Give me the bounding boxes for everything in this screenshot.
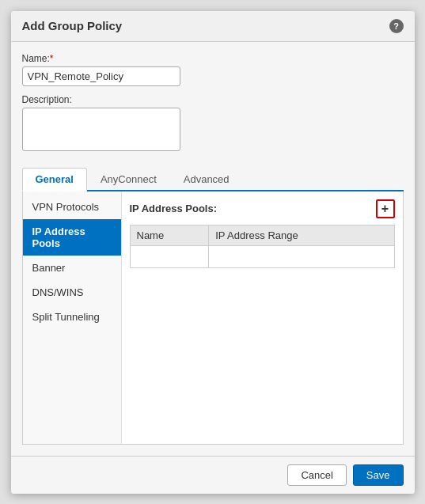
modal-footer: Cancel Save <box>11 456 415 494</box>
sidebar-item-ip-address-pools[interactable]: IP Address Pools <box>23 219 121 256</box>
tab-advanced[interactable]: Advanced <box>170 168 243 191</box>
tab-general[interactable]: General <box>22 168 87 191</box>
modal-header: Add Group Policy ? <box>11 11 415 42</box>
empty-range-cell <box>209 245 394 267</box>
cancel-button[interactable]: Cancel <box>287 464 346 486</box>
ip-pool-table-body <box>130 245 394 267</box>
sidebar-item-banner[interactable]: Banner <box>23 256 121 280</box>
column-header-name: Name <box>130 225 209 245</box>
tabs-bar: General AnyConnect Advanced <box>22 166 404 191</box>
sidebar-item-dns-wins[interactable]: DNS/WINS <box>23 280 121 305</box>
description-label: Description: <box>22 94 404 105</box>
ip-pools-panel-title: IP Address Pools: <box>130 203 218 214</box>
modal-body: Name:* Description: General AnyConnect A… <box>11 42 415 456</box>
add-group-policy-modal: Add Group Policy ? Name:* Description: G… <box>11 11 415 494</box>
name-field-group: Name:* <box>22 53 404 86</box>
description-field-group: Description: <box>22 94 404 153</box>
tab-content-general: VPN Protocols IP Address Pools Banner DN… <box>22 191 404 445</box>
add-ip-pool-button[interactable]: + <box>376 199 395 218</box>
ip-address-pools-table: Name IP Address Range <box>130 225 395 268</box>
name-input[interactable] <box>22 66 180 86</box>
sidebar-item-vpn-protocols[interactable]: VPN Protocols <box>23 195 121 219</box>
empty-name-cell <box>130 245 209 267</box>
description-textarea[interactable] <box>22 108 180 151</box>
tab-anyconnect[interactable]: AnyConnect <box>87 168 170 191</box>
sidebar-nav: VPN Protocols IP Address Pools Banner DN… <box>23 191 122 444</box>
help-icon[interactable]: ? <box>389 19 404 33</box>
ip-address-pools-panel: IP Address Pools: + Name IP Address Rang… <box>122 191 403 444</box>
column-header-range: IP Address Range <box>209 225 394 245</box>
sidebar-item-split-tunneling[interactable]: Split Tunneling <box>23 305 121 329</box>
modal-title: Add Group Policy <box>22 19 123 32</box>
table-header-row: Name IP Address Range <box>130 225 394 245</box>
table-empty-row <box>130 245 394 267</box>
panel-title-row: IP Address Pools: + <box>130 199 395 218</box>
name-label: Name:* <box>22 53 404 64</box>
save-button[interactable]: Save <box>353 464 404 486</box>
